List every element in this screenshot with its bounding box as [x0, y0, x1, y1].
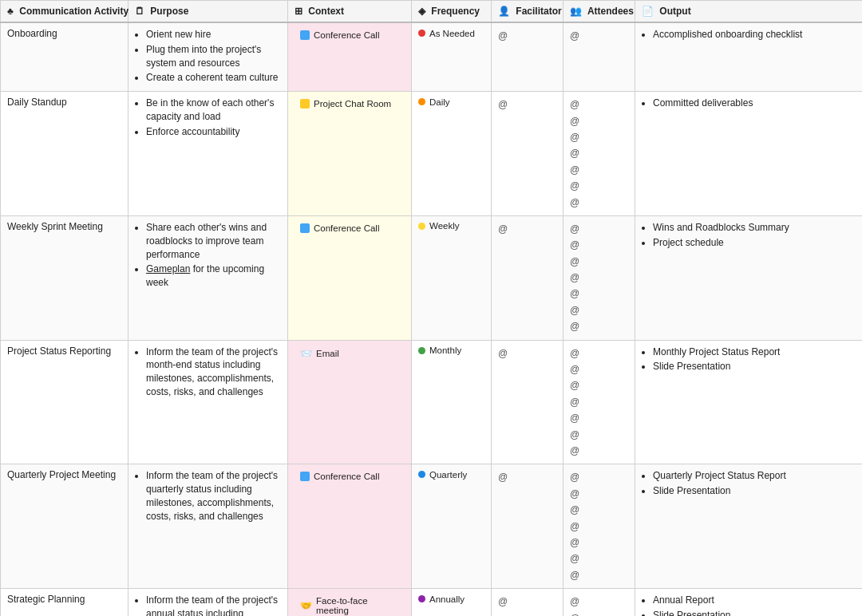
frequency-badge: Monthly [418, 346, 461, 355]
output-item: Slide Presentation [653, 609, 856, 616]
frequency-dot [418, 347, 425, 354]
attendee-item: @ [570, 221, 628, 237]
attendee-item: @ [570, 410, 628, 426]
output-item: Slide Presentation [653, 360, 856, 373]
header-frequency-label: Frequency [431, 6, 480, 17]
attendee-item: @ [570, 237, 628, 253]
activity-cell: Strategic Planning [1, 589, 129, 616]
attendee-item: @ [570, 254, 628, 270]
facilitator-item: @ [498, 97, 556, 113]
frequency-label: Annually [429, 594, 465, 604]
attendee-item: @ [570, 551, 628, 567]
facilitator-item: @ [498, 346, 556, 361]
facilitator-cell: @ [492, 340, 563, 464]
header-purpose: 🗒 Purpose [129, 1, 288, 23]
attendee-item: @ [570, 502, 628, 518]
frequency-cell: Weekly [412, 215, 492, 340]
activity-cell: Quarterly Project Meeting [1, 464, 129, 589]
frequency-dot [418, 30, 425, 37]
context-label: Face-to-face meeting [316, 596, 399, 615]
activity-cell: Onboarding [1, 22, 129, 92]
table-row: Weekly Sprint MeetingShare each other's … [1, 215, 863, 340]
attendee-item: @ [570, 377, 628, 393]
frequency-label: Quarterly [429, 470, 467, 480]
attendee-item: @ [570, 162, 628, 178]
output-item: Committed deliverables [653, 97, 856, 110]
purpose-cell: Be in the know of each other's capacity … [129, 92, 288, 216]
attendees-cell: @@@@@@@ [563, 340, 635, 464]
header-context-label: Context [308, 6, 344, 17]
output-cell: Monthly Project Status ReportSlide Prese… [635, 340, 863, 464]
context-cell: 🤝 Face-to-face meeting [288, 589, 412, 616]
purpose-cell: Inform the team of the project's annual … [129, 589, 288, 616]
output-item: Accomplished onboarding checklist [653, 28, 856, 41]
frequency-badge: Annually [418, 594, 465, 604]
table-header: ♣ Communication Activity 🗒 Purpose ⊞ Con… [1, 1, 863, 23]
purpose-cell: Orient new hirePlug them into the projec… [129, 22, 288, 92]
header-context: ⊞ Context [288, 1, 412, 23]
activity-cell: Project Status Reporting [1, 340, 129, 464]
frequency-label: Weekly [429, 221, 460, 231]
frequency-badge: As Needed [418, 29, 475, 38]
attendees-cell: @@ [563, 589, 635, 616]
output-cell: Quarterly Project Status ReportSlide Pre… [635, 464, 863, 589]
context-cell: 📨 Email [288, 340, 412, 464]
purpose-link[interactable]: Gameplan [146, 263, 190, 274]
header-output: 📄 Output [635, 1, 863, 23]
context-cell: Conference Call [288, 22, 412, 92]
frequency-cell: Monthly [412, 340, 492, 464]
facilitator-cell: @ [492, 92, 563, 216]
facilitator-item: @ [498, 594, 556, 610]
attendee-item: @ [570, 113, 628, 129]
attendees-cell: @ [563, 22, 635, 92]
header-facilitator-label: Facilitator [516, 6, 561, 17]
context-badge: Conference Call [295, 221, 385, 235]
attendee-item: @ [570, 519, 628, 535]
context-label: Conference Call [314, 223, 379, 233]
output-cell: Annual ReportSlide Presentation [635, 589, 863, 616]
email-icon: 📨 [300, 348, 312, 359]
conf-call-icon [300, 223, 310, 233]
context-cell: Project Chat Room [288, 92, 412, 216]
context-label: Project Chat Room [314, 99, 391, 109]
attendee-item: @ [570, 28, 628, 44]
attendee-item: @ [570, 469, 628, 485]
attendee-item: @ [570, 302, 628, 318]
attendee-item: @ [570, 610, 628, 616]
output-item: Monthly Project Status Report [653, 346, 856, 359]
frequency-label: Monthly [429, 346, 461, 355]
attendee-item: @ [570, 567, 628, 583]
context-label: Email [316, 349, 339, 358]
frequency-cell: As Needed [412, 22, 492, 92]
facilitator-cell: @ [492, 464, 563, 589]
frequency-dot [418, 471, 425, 478]
purpose-cell: Share each other's wins and roadblocks t… [129, 215, 288, 340]
attendee-item: @ [570, 361, 628, 377]
facilitator-cell: @ [492, 589, 563, 616]
facilitator-item: @ [498, 469, 556, 485]
frequency-dot [418, 98, 425, 105]
attendees-cell: @@@@@@@ [563, 215, 635, 340]
table-row: Daily StandupBe in the know of each othe… [1, 92, 863, 216]
frequency-badge: Weekly [418, 221, 460, 231]
context-label: Conference Call [314, 472, 379, 481]
context-label: Conference Call [314, 30, 379, 40]
attendee-item: @ [570, 97, 628, 113]
context-badge: 🤝 Face-to-face meeting [295, 594, 405, 616]
attendee-item: @ [570, 427, 628, 443]
header-attendees-label: Attendees [587, 6, 634, 17]
context-badge: Project Chat Room [295, 97, 397, 111]
activity-icon: ♣ [7, 6, 14, 17]
attendee-item: @ [570, 270, 628, 286]
purpose-icon: 🗒 [135, 6, 144, 17]
face-icon: 🤝 [300, 600, 312, 611]
output-item: Quarterly Project Status Report [653, 469, 856, 483]
output-cell: Accomplished onboarding checklist [635, 22, 863, 92]
header-facilitator: 👤 Facilitator [492, 1, 563, 23]
attendee-item: @ [570, 129, 628, 145]
attendee-item: @ [570, 535, 628, 551]
table-row: Project Status ReportingInform the team … [1, 340, 863, 464]
activity-cell: Weekly Sprint Meeting [1, 215, 129, 340]
conf-call-icon [300, 30, 310, 40]
output-cell: Wins and Roadblocks SummaryProject sched… [635, 215, 863, 340]
